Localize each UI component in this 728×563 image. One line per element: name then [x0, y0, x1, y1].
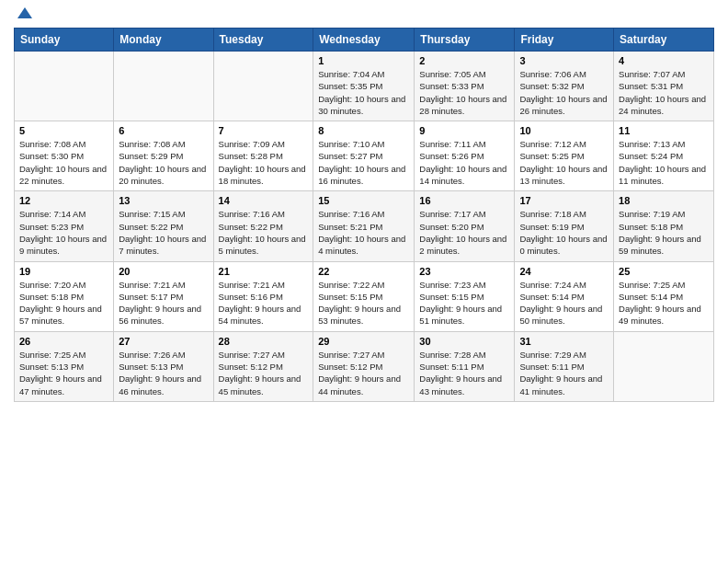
- day-info: Sunrise: 7:07 AM Sunset: 5:31 PM Dayligh…: [619, 68, 709, 117]
- calendar-cell: 8Sunrise: 7:10 AM Sunset: 5:27 PM Daylig…: [313, 121, 415, 191]
- calendar-cell: [15, 52, 114, 121]
- day-info: Sunrise: 7:10 AM Sunset: 5:27 PM Dayligh…: [318, 138, 409, 187]
- calendar-cell: 4Sunrise: 7:07 AM Sunset: 5:31 PM Daylig…: [614, 52, 714, 121]
- calendar-cell: 30Sunrise: 7:28 AM Sunset: 5:11 PM Dayli…: [415, 331, 515, 401]
- day-number: 21: [219, 266, 309, 277]
- calendar-cell: 21Sunrise: 7:21 AM Sunset: 5:16 PM Dayli…: [213, 261, 313, 331]
- day-number: 24: [519, 266, 609, 277]
- calendar-cell: 15Sunrise: 7:16 AM Sunset: 5:21 PM Dayli…: [313, 191, 415, 261]
- calendar-cell: 14Sunrise: 7:16 AM Sunset: 5:22 PM Dayli…: [213, 191, 313, 261]
- day-info: Sunrise: 7:17 AM Sunset: 5:20 PM Dayligh…: [419, 208, 509, 257]
- week-row: 5Sunrise: 7:08 AM Sunset: 5:30 PM Daylig…: [15, 121, 714, 191]
- day-number: 3: [519, 55, 609, 66]
- day-number: 23: [419, 266, 509, 277]
- day-info: Sunrise: 7:08 AM Sunset: 5:29 PM Dayligh…: [119, 138, 208, 187]
- day-info: Sunrise: 7:20 AM Sunset: 5:18 PM Dayligh…: [19, 279, 108, 327]
- calendar-cell: 24Sunrise: 7:24 AM Sunset: 5:14 PM Dayli…: [515, 261, 614, 331]
- calendar-cell: 13Sunrise: 7:15 AM Sunset: 5:22 PM Dayli…: [114, 191, 213, 261]
- day-number: 18: [619, 195, 709, 206]
- day-number: 6: [119, 125, 208, 136]
- day-number: 26: [19, 336, 108, 347]
- calendar-cell: 5Sunrise: 7:08 AM Sunset: 5:30 PM Daylig…: [15, 121, 114, 191]
- calendar-cell: 7Sunrise: 7:09 AM Sunset: 5:28 PM Daylig…: [213, 121, 313, 191]
- day-info: Sunrise: 7:14 AM Sunset: 5:23 PM Dayligh…: [19, 208, 108, 257]
- day-header-saturday: Saturday: [614, 29, 714, 52]
- day-header-monday: Monday: [114, 29, 213, 52]
- day-number: 19: [19, 266, 108, 277]
- calendar-cell: 28Sunrise: 7:27 AM Sunset: 5:12 PM Dayli…: [213, 331, 313, 401]
- day-info: Sunrise: 7:27 AM Sunset: 5:12 PM Dayligh…: [318, 349, 409, 397]
- calendar-cell: 17Sunrise: 7:18 AM Sunset: 5:19 PM Dayli…: [515, 191, 614, 261]
- header: [14, 9, 714, 22]
- day-number: 16: [419, 195, 509, 206]
- day-header-sunday: Sunday: [15, 29, 114, 52]
- week-row: 19Sunrise: 7:20 AM Sunset: 5:18 PM Dayli…: [15, 261, 714, 331]
- calendar-cell: 19Sunrise: 7:20 AM Sunset: 5:18 PM Dayli…: [15, 261, 114, 331]
- day-info: Sunrise: 7:27 AM Sunset: 5:12 PM Dayligh…: [219, 349, 309, 397]
- calendar-cell: 11Sunrise: 7:13 AM Sunset: 5:24 PM Dayli…: [614, 121, 714, 191]
- logo-icon: [16, 4, 34, 22]
- day-number: 5: [19, 125, 108, 136]
- day-number: 28: [219, 336, 309, 347]
- day-info: Sunrise: 7:08 AM Sunset: 5:30 PM Dayligh…: [19, 138, 108, 187]
- day-info: Sunrise: 7:18 AM Sunset: 5:19 PM Dayligh…: [519, 208, 609, 257]
- calendar-cell: [614, 331, 714, 401]
- day-number: 14: [219, 195, 309, 206]
- day-number: 31: [519, 336, 609, 347]
- day-info: Sunrise: 7:23 AM Sunset: 5:15 PM Dayligh…: [419, 279, 509, 327]
- calendar-table: SundayMondayTuesdayWednesdayThursdayFrid…: [14, 28, 714, 402]
- day-number: 27: [119, 336, 208, 347]
- day-number: 10: [519, 125, 609, 136]
- calendar-cell: [213, 52, 313, 121]
- calendar-cell: 29Sunrise: 7:27 AM Sunset: 5:12 PM Dayli…: [313, 331, 415, 401]
- day-info: Sunrise: 7:16 AM Sunset: 5:21 PM Dayligh…: [318, 208, 409, 257]
- week-row: 1Sunrise: 7:04 AM Sunset: 5:35 PM Daylig…: [15, 52, 714, 121]
- calendar-cell: 16Sunrise: 7:17 AM Sunset: 5:20 PM Dayli…: [415, 191, 515, 261]
- day-header-friday: Friday: [515, 29, 614, 52]
- day-headers-row: SundayMondayTuesdayWednesdayThursdayFrid…: [15, 29, 714, 52]
- calendar-cell: 9Sunrise: 7:11 AM Sunset: 5:26 PM Daylig…: [415, 121, 515, 191]
- day-number: 4: [619, 55, 709, 66]
- day-info: Sunrise: 7:09 AM Sunset: 5:28 PM Dayligh…: [219, 138, 309, 187]
- day-header-tuesday: Tuesday: [213, 29, 313, 52]
- svg-marker-0: [17, 7, 32, 18]
- logo: [14, 9, 34, 22]
- calendar-cell: [114, 52, 213, 121]
- calendar-cell: 22Sunrise: 7:22 AM Sunset: 5:15 PM Dayli…: [313, 261, 415, 331]
- calendar-cell: 23Sunrise: 7:23 AM Sunset: 5:15 PM Dayli…: [415, 261, 515, 331]
- calendar-cell: 1Sunrise: 7:04 AM Sunset: 5:35 PM Daylig…: [313, 52, 415, 121]
- day-info: Sunrise: 7:16 AM Sunset: 5:22 PM Dayligh…: [219, 208, 309, 257]
- day-info: Sunrise: 7:21 AM Sunset: 5:17 PM Dayligh…: [119, 279, 208, 327]
- day-info: Sunrise: 7:21 AM Sunset: 5:16 PM Dayligh…: [219, 279, 309, 327]
- calendar-cell: 31Sunrise: 7:29 AM Sunset: 5:11 PM Dayli…: [515, 331, 614, 401]
- day-number: 2: [419, 55, 509, 66]
- day-info: Sunrise: 7:19 AM Sunset: 5:18 PM Dayligh…: [619, 208, 709, 257]
- calendar-cell: 10Sunrise: 7:12 AM Sunset: 5:25 PM Dayli…: [515, 121, 614, 191]
- day-number: 7: [219, 125, 309, 136]
- day-info: Sunrise: 7:25 AM Sunset: 5:13 PM Dayligh…: [19, 349, 108, 397]
- week-row: 26Sunrise: 7:25 AM Sunset: 5:13 PM Dayli…: [15, 331, 714, 401]
- day-number: 22: [318, 266, 409, 277]
- day-number: 15: [318, 195, 409, 206]
- day-info: Sunrise: 7:29 AM Sunset: 5:11 PM Dayligh…: [519, 349, 609, 397]
- day-info: Sunrise: 7:11 AM Sunset: 5:26 PM Dayligh…: [419, 138, 509, 187]
- day-info: Sunrise: 7:28 AM Sunset: 5:11 PM Dayligh…: [419, 349, 509, 397]
- calendar-cell: 20Sunrise: 7:21 AM Sunset: 5:17 PM Dayli…: [114, 261, 213, 331]
- day-number: 13: [119, 195, 208, 206]
- day-info: Sunrise: 7:12 AM Sunset: 5:25 PM Dayligh…: [519, 138, 609, 187]
- day-number: 12: [19, 195, 108, 206]
- day-number: 9: [419, 125, 509, 136]
- day-number: 1: [318, 55, 409, 66]
- calendar-cell: 27Sunrise: 7:26 AM Sunset: 5:13 PM Dayli…: [114, 331, 213, 401]
- day-info: Sunrise: 7:15 AM Sunset: 5:22 PM Dayligh…: [119, 208, 208, 257]
- day-header-thursday: Thursday: [415, 29, 515, 52]
- day-info: Sunrise: 7:04 AM Sunset: 5:35 PM Dayligh…: [318, 68, 409, 117]
- day-number: 8: [318, 125, 409, 136]
- calendar-cell: 26Sunrise: 7:25 AM Sunset: 5:13 PM Dayli…: [15, 331, 114, 401]
- day-number: 20: [119, 266, 208, 277]
- day-number: 25: [619, 266, 709, 277]
- day-header-wednesday: Wednesday: [313, 29, 415, 52]
- calendar-cell: 2Sunrise: 7:05 AM Sunset: 5:33 PM Daylig…: [415, 52, 515, 121]
- day-number: 11: [619, 125, 709, 136]
- day-number: 29: [318, 336, 409, 347]
